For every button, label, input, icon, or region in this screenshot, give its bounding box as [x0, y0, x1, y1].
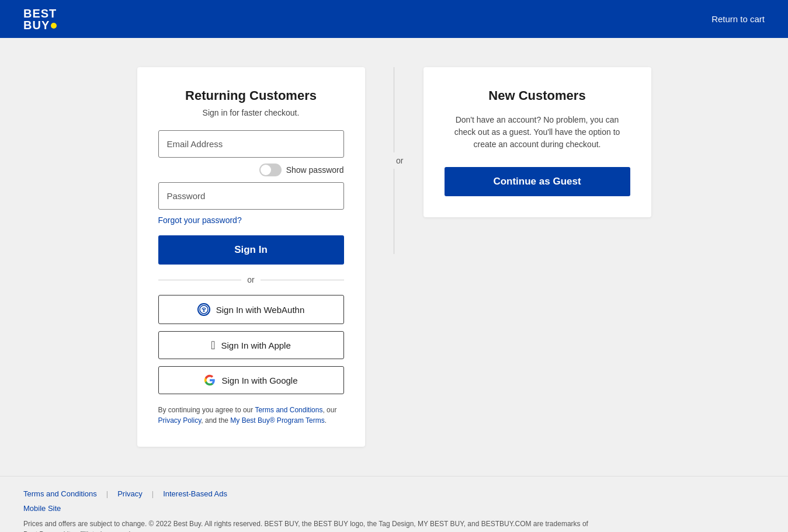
footer-terms-link[interactable]: Terms and Conditions — [23, 489, 97, 498]
google-signin-button[interactable]: Sign In with Google — [158, 366, 344, 394]
divider-line-right — [261, 280, 344, 280]
new-customers-description: Don't have an account? No problem, you c… — [445, 114, 630, 151]
google-label: Sign In with Google — [221, 375, 297, 385]
webauthn-button[interactable]: Sign In with WebAuthn — [158, 295, 344, 324]
vertical-line: or — [394, 67, 394, 254]
terms-text: By continuing you agree to our Terms and… — [158, 405, 344, 426]
footer-interest-ads-link[interactable]: Interest-Based Ads — [163, 489, 227, 498]
apple-icon:  — [211, 339, 215, 351]
show-password-toggle[interactable] — [259, 164, 282, 176]
new-customers-panel: New Customers Don't have an account? No … — [423, 67, 651, 217]
show-password-label: Show password — [286, 165, 344, 175]
apple-label: Sign In with Apple — [221, 340, 291, 350]
returning-customers-subtitle: Sign in for faster checkout. — [158, 108, 344, 117]
mybest-link[interactable]: My Best Buy® Program Terms — [230, 416, 324, 425]
or-text: or — [247, 275, 254, 284]
header: BEST BUY Return to cart — [0, 0, 788, 38]
password-input[interactable] — [158, 182, 344, 210]
main-content: Returning Customers Sign in for faster c… — [0, 38, 788, 476]
logo: BEST BUY — [23, 8, 57, 31]
apple-signin-button[interactable]:  Sign In with Apple — [158, 331, 344, 359]
webauthn-icon — [197, 303, 210, 316]
footer-legal-text: Prices and offers are subject to change.… — [23, 519, 596, 532]
footer: Terms and Conditions | Privacy | Interes… — [0, 476, 788, 532]
footer-privacy-link[interactable]: Privacy — [117, 489, 143, 498]
divider-line-left — [158, 280, 242, 280]
or-divider: or — [158, 275, 344, 284]
google-icon — [204, 374, 216, 386]
show-password-row: Show password — [158, 164, 344, 176]
logo-dot — [51, 23, 57, 29]
webauthn-label: Sign In with WebAuthn — [216, 305, 304, 315]
svg-point-1 — [203, 309, 204, 311]
footer-mobile-site-link[interactable]: Mobile Site — [23, 504, 765, 513]
returning-customers-panel: Returning Customers Sign in for faster c… — [137, 67, 365, 447]
footer-mobile: Mobile Site — [23, 504, 765, 513]
footer-links: Terms and Conditions | Privacy | Interes… — [23, 489, 765, 498]
terms-link[interactable]: Terms and Conditions — [255, 406, 322, 414]
or-center-text: or — [394, 152, 405, 169]
sign-in-button[interactable]: Sign In — [158, 235, 344, 265]
return-to-cart-link[interactable]: Return to cart — [711, 14, 765, 24]
center-divider: or — [365, 67, 423, 254]
forgot-password-link[interactable]: Forgot your password? — [158, 215, 344, 225]
email-input[interactable] — [158, 130, 344, 158]
continue-as-guest-button[interactable]: Continue as Guest — [445, 167, 630, 196]
returning-customers-title: Returning Customers — [158, 88, 344, 103]
password-row — [158, 182, 344, 210]
new-customers-title: New Customers — [445, 88, 630, 103]
privacy-link[interactable]: Privacy Policy — [158, 416, 202, 425]
logo-text: BEST BUY — [23, 8, 57, 31]
